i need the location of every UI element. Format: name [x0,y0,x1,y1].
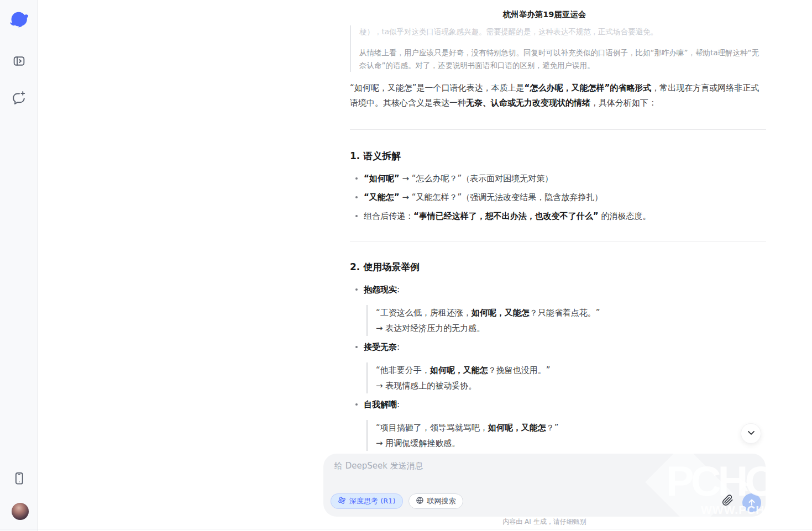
user-avatar[interactable] [12,503,29,520]
globe-icon [416,496,424,506]
divider [350,129,766,130]
new-chat-button[interactable] [0,90,38,106]
collapse-sidebar-button[interactable] [0,54,38,70]
list-item: “又能怎” → “又能怎样？”（强调无法改变结果，隐含放弃挣扎） [350,191,766,204]
sidebar [0,0,38,531]
deepseek-whale-icon [8,11,29,29]
atom-icon [338,496,346,506]
window-bottom-edge [0,529,812,529]
section-2-bullets: 抱怨现实: “工资这么低，房租还涨，如何呢，又能怎？只能省着点花。” → 表达对… [350,283,766,451]
web-search-toggle[interactable]: 联网搜索 [408,493,463,509]
list-item: 抱怨现实: “工资这么低，房租还涨，如何呢，又能怎？只能省着点花。” → 表达对… [350,283,766,336]
list-item: 组合后传递：“事情已经这样了，想不出办法，也改变不了什么” 的消极态度。 [350,209,766,223]
scroll-to-bottom-button[interactable] [741,423,761,444]
example-quote: “项目搞砸了，领导骂就骂吧，如何呢，又能怎？” → 用调侃缓解挫败感。 [366,420,766,451]
example-quote: “他非要分手，如何呢，又能怎？挽留也没用。” → 表现情感上的被动妥协。 [366,362,766,393]
new-chat-icon [12,90,26,106]
list-item: 接受无奈: “他非要分手，如何呢，又能怎？挽留也没用。” → 表现情感上的被动妥… [350,340,766,393]
list-item: 自我解嘲: “项目搞砸了，领导骂就骂吧，如何呢，又能怎？” → 用调侃缓解挫败感… [350,398,766,451]
example-quote: “工资这么低，房租还涨，如何呢，又能怎？只能省着点花。” → 表达对经济压力的无… [366,305,766,336]
arrow-up-icon [747,497,757,509]
reasoning-block: 梗），ta似乎对这类口语现象感兴趣。需要提醒的是，这种表达不规范，正式场合要避免… [350,25,766,72]
ai-disclaimer: 内容由 AI 生成，请仔细甄别 [323,517,766,527]
attach-file-button[interactable] [722,495,734,508]
answer-intro-paragraph: “如何呢，又能怎”是一个口语化表达，本质上是“怎么办呢，又能怎样”的省略形式，常… [350,81,766,111]
paperclip-icon [722,495,734,508]
composer-toolbar: 深度思考 (R1) 联网搜索 [331,493,463,509]
section-1-bullets: “如何呢” → “怎么办呢？”（表示面对困境无对策） “又能怎” → “又能怎样… [350,172,766,223]
deepthink-toggle[interactable]: 深度思考 (R1) [331,493,403,509]
section-2-heading: 2. 使用场景举例 [350,261,766,272]
message-composer: 深度思考 (R1) 联网搜索 PCHO WWW.PCHO [323,454,766,517]
chevron-down-icon [746,427,757,440]
watermark-diamond [645,454,734,517]
deepseek-logo[interactable] [0,11,38,29]
cursor-arrow-icon [737,477,753,496]
section-1-heading: 1. 语义拆解 [350,150,766,161]
message-input[interactable] [333,460,610,483]
mobile-phone-icon [12,471,27,487]
reasoning-text: 从情绪上看，用户应该只是好奇，没有特别急切。回复时可以补充类似的口语例子，比如“… [359,46,766,72]
divider [350,241,766,241]
reasoning-text-faded: 梗），ta似乎对这类口语现象感兴趣。需要提醒的是，这种表达不规范，正式场合要避免… [359,25,766,38]
send-button[interactable] [742,493,761,512]
collapse-panel-icon [12,54,26,70]
list-item: “如何呢” → “怎么办呢？”（表示面对困境无对策） [350,172,766,185]
mobile-app-button[interactable] [0,471,38,487]
chat-message-area: 梗），ta似乎对这类口语现象感兴趣。需要提醒的是，这种表达不规范，正式场合要避免… [350,0,766,455]
